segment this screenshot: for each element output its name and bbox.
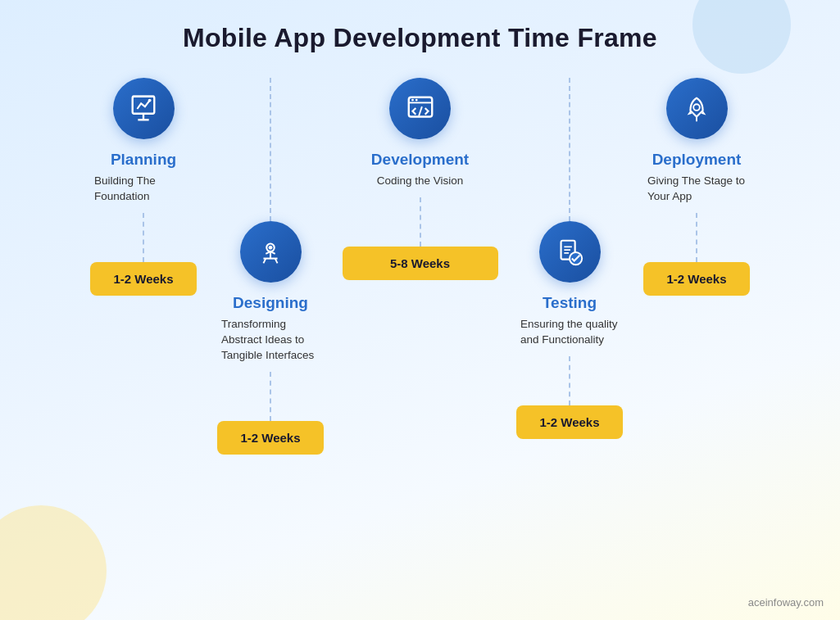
check-doc-icon (554, 237, 585, 268)
deployment-stage: Deployment Giving The Stage to Your App (633, 78, 761, 262)
planning-dashed-line (143, 213, 144, 262)
svg-point-10 (269, 245, 273, 249)
testing-dashed-line-top (569, 78, 570, 221)
development-dashed-line (420, 197, 421, 247)
designing-dashed-line-bottom (270, 372, 271, 421)
deployment-column: Deployment Giving The Stage to Your App … (633, 78, 761, 296)
code-icon (405, 93, 436, 124)
svg-point-16 (415, 98, 417, 101)
deployment-icon-circle (666, 78, 728, 139)
decorative-circle-bottom-left (0, 505, 107, 620)
testing-badge: 1-2 Weeks (516, 405, 623, 439)
planning-desc: Building The Foundation (90, 174, 197, 205)
testing-column: Testing Ensuring the quality and Functio… (506, 78, 633, 439)
deployment-desc: Giving The Stage to Your App (643, 174, 750, 205)
planning-icon-circle (113, 78, 175, 139)
svg-point-15 (411, 98, 414, 101)
planning-badge: 1-2 Weeks (90, 262, 197, 296)
development-stage: Development Coding the Vision (334, 78, 506, 247)
planning-stage: Planning Building The Foundation (80, 78, 207, 262)
designing-dashed-line-top (270, 78, 271, 221)
development-column: Development Coding the Vision 5-8 Weeks (334, 78, 506, 280)
designing-badge: 1-2 Weeks (217, 421, 324, 455)
svg-point-23 (693, 104, 700, 111)
designing-desc: Transforming Abstract Ideas to Tangible … (217, 317, 324, 364)
designing-name: Designing (233, 294, 308, 312)
designing-column: Designing Transforming Abstract Ideas to… (207, 78, 334, 455)
development-icon-circle (389, 78, 451, 139)
svg-line-17 (419, 106, 422, 115)
testing-spacer (569, 78, 570, 221)
svg-point-4 (148, 98, 152, 102)
chart-icon (128, 93, 159, 124)
planning-name: Planning (111, 151, 176, 169)
deployment-name: Deployment (652, 151, 742, 169)
designing-icon-circle (240, 221, 302, 283)
footer-text: aceinfoway.com (748, 596, 824, 609)
planning-column: Planning Building The Foundation 1-2 Wee… (80, 78, 207, 296)
testing-stage: Testing Ensuring the quality and Functio… (506, 221, 633, 405)
rocket-icon (681, 93, 712, 124)
testing-name: Testing (543, 294, 597, 312)
testing-icon-circle (539, 221, 601, 283)
designing-spacer (270, 78, 271, 221)
testing-desc: Ensuring the quality and Functionality (516, 317, 623, 348)
testing-dashed-line-bottom (569, 356, 570, 405)
development-desc: Coding the Vision (373, 174, 468, 189)
deployment-dashed-line (696, 213, 697, 262)
development-badge: 5-8 Weeks (343, 247, 498, 280)
deployment-badge: 1-2 Weeks (643, 262, 750, 296)
designing-stage: Designing Transforming Abstract Ideas to… (207, 221, 334, 421)
pen-icon (255, 237, 286, 268)
development-name: Development (371, 151, 469, 169)
